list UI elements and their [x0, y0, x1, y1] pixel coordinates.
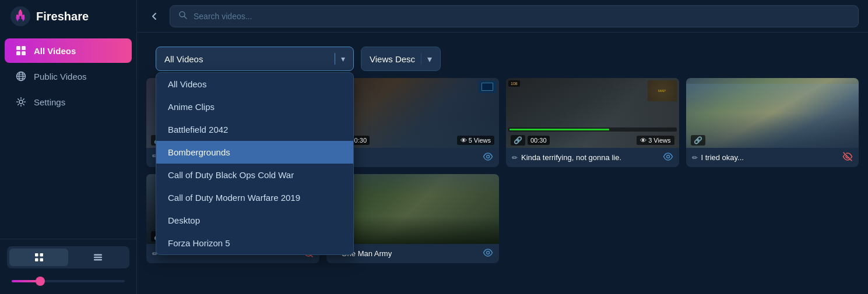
video-footer-3: ✏ Kinda terrifying, not gonna lie.	[506, 148, 679, 167]
svg-rect-13	[35, 258, 38, 262]
pencil-icon-4: ✏	[692, 154, 698, 162]
link-icon-3: 🔗	[511, 135, 525, 146]
globe-icon	[15, 70, 27, 82]
eye-icon-2: 👁	[461, 137, 467, 144]
sort-label: Views Desc	[370, 54, 415, 64]
list-view-button[interactable]	[68, 249, 127, 266]
search-input[interactable]	[194, 12, 850, 21]
svg-rect-17	[94, 259, 102, 261]
sidebar-bottom	[0, 239, 136, 294]
video-card-3[interactable]: 108 MAP 🔗	[506, 78, 679, 167]
sidebar-item-settings[interactable]: Settings	[5, 90, 132, 114]
video-title-2: ✏	[332, 154, 483, 162]
svg-point-20	[487, 155, 490, 158]
dropdown-item-anime-clips[interactable]: Anime Clips	[156, 95, 353, 118]
dropdown-item-all-videos[interactable]: All Videos	[156, 73, 353, 95]
video-meta-4: 🔗	[686, 133, 859, 148]
visibility-icon-4	[842, 151, 853, 164]
sort-button[interactable]: Views Desc ▾	[361, 47, 441, 71]
dropdown-item-bombergrounds[interactable]: Bombergrounds	[156, 141, 353, 164]
duration-3: 00:30	[528, 136, 550, 145]
search-icon	[178, 10, 188, 22]
svg-rect-11	[35, 253, 38, 257]
filter-chevron-icon: ▾	[341, 54, 345, 63]
sort-chevron-icon: ▾	[427, 54, 432, 65]
sidebar-item-public-videos-label: Public Videos	[34, 72, 87, 82]
filter-dropdown-menu: All Videos Anime Clips Battlefield 2042 …	[156, 72, 354, 255]
grid-icon	[15, 45, 27, 56]
svg-point-22	[487, 252, 490, 254]
views-badge-2: 👁 5 Views	[457, 136, 494, 145]
svg-rect-15	[94, 254, 102, 256]
views-badge-3: 👁 3 Views	[637, 136, 674, 145]
sidebar: Fireshare All Videos	[0, 0, 137, 294]
dropdown-item-desktop[interactable]: Desktop	[156, 209, 353, 232]
svg-point-21	[666, 155, 669, 158]
slider-thumb[interactable]	[36, 277, 45, 286]
visibility-icon-6	[483, 247, 493, 260]
svg-rect-2	[22, 46, 26, 50]
app-title: Fireshare	[36, 10, 89, 23]
filter-dropdown: All Videos ▾ All Videos Anime Clips Batt…	[156, 47, 354, 71]
filter-divider	[335, 53, 335, 65]
link-icon-4: 🔗	[691, 135, 705, 146]
video-title-6: ✏ One Man Army	[332, 249, 483, 258]
search-bar	[170, 5, 859, 27]
view-toggle	[7, 246, 129, 268]
video-card-4[interactable]: 🔗 ✏ I tried okay...	[686, 78, 859, 167]
filter-area: All Videos ▾ All Videos Anime Clips Batt…	[146, 40, 859, 71]
sidebar-item-settings-label: Settings	[34, 97, 65, 107]
gear-icon	[15, 96, 27, 108]
svg-line-19	[184, 16, 187, 19]
collapse-sidebar-button[interactable]	[146, 8, 163, 24]
grid-view-button[interactable]	[9, 249, 68, 266]
sidebar-nav: All Videos Public Videos Se	[0, 33, 136, 239]
sidebar-logo: Fireshare	[0, 0, 136, 33]
svg-rect-1	[16, 46, 20, 50]
eye-icon-3: 👁	[640, 137, 646, 144]
dropdown-item-cod-mw[interactable]: Call of Duty Modern Warfare 2019	[156, 186, 353, 209]
video-title-4: ✏ I tried okay...	[692, 153, 843, 162]
video-footer-4: ✏ I tried okay...	[686, 148, 859, 167]
svg-rect-12	[40, 253, 43, 257]
fireshare-logo-icon	[10, 6, 30, 26]
sidebar-item-all-videos-label: All Videos	[34, 46, 76, 56]
toolbar	[137, 0, 868, 33]
video-thumb-3: 108 MAP 🔗	[506, 78, 679, 148]
zoom-slider[interactable]	[5, 275, 132, 287]
svg-rect-14	[40, 258, 43, 262]
filter-select-label: All Videos	[164, 54, 329, 64]
content-area: All Videos ▾ All Videos Anime Clips Batt…	[137, 33, 868, 294]
video-title-3: ✏ Kinda terrifying, not gonna lie.	[512, 153, 663, 162]
slider-track	[12, 280, 125, 282]
pencil-icon-3: ✏	[512, 154, 518, 162]
sidebar-item-public-videos[interactable]: Public Videos	[5, 64, 132, 88]
sidebar-item-all-videos[interactable]: All Videos	[5, 38, 132, 63]
filter-select-button[interactable]: All Videos ▾	[156, 47, 354, 71]
video-meta-3: 🔗 00:30 👁 3 Views	[506, 133, 679, 148]
svg-rect-16	[94, 257, 102, 258]
dropdown-item-battlefield[interactable]: Battlefield 2042	[156, 118, 353, 141]
visibility-icon-2	[483, 151, 493, 164]
video-thumb-4: 🔗	[686, 78, 859, 148]
svg-rect-3	[16, 51, 20, 55]
dropdown-item-forza[interactable]: Forza Horizon 5	[156, 232, 353, 254]
main-content: All Videos ▾ All Videos Anime Clips Batt…	[137, 0, 868, 294]
svg-point-10	[19, 100, 23, 104]
sort-divider	[421, 53, 421, 65]
visibility-icon-3	[663, 151, 673, 164]
svg-rect-4	[22, 51, 26, 55]
dropdown-item-cod-black-ops[interactable]: Call of Duty Black Ops Cold War	[156, 164, 353, 186]
